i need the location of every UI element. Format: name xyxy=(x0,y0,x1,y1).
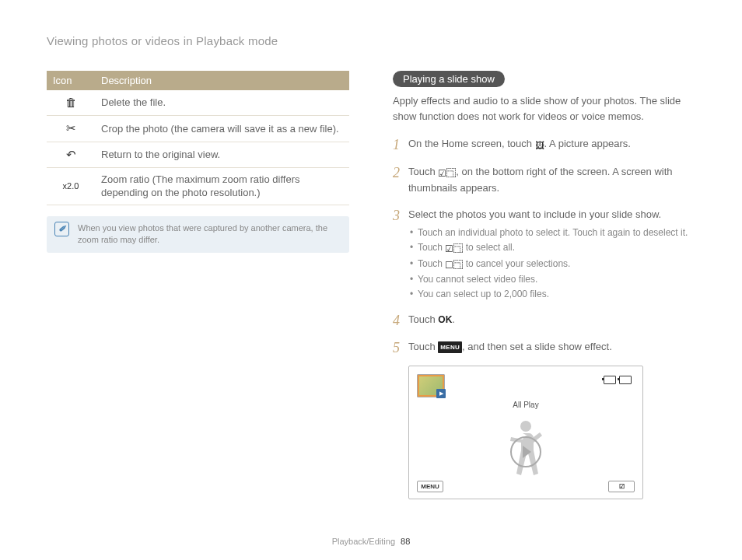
step-item: Select the photos you want to include in… xyxy=(393,207,695,301)
sub-text: to select all. xyxy=(463,242,515,253)
thumbnail-icon xyxy=(417,374,445,397)
zoom-ratio-icon: x2.0 xyxy=(47,167,95,205)
right-column: Playing a slide show Apply effects and a… xyxy=(393,71,695,499)
step-text: On the Home screen, touch xyxy=(408,138,535,149)
step-text: Touch xyxy=(408,166,438,177)
status-icons xyxy=(604,376,632,384)
return-icon: ↶ xyxy=(47,142,95,167)
gallery-icon: 🖼 xyxy=(535,138,544,153)
menu-button: MENU xyxy=(417,481,443,492)
table-cell-description: Crop the photo (the camera will save it … xyxy=(95,116,349,142)
step-text: . A picture appears. xyxy=(544,138,631,149)
deselect-icon: ☐⿹ xyxy=(445,258,463,273)
sub-text: Touch xyxy=(418,258,445,269)
step-text: Touch xyxy=(408,313,438,325)
step-item: Touch OK. xyxy=(393,312,695,327)
table-header-icon: Icon xyxy=(47,71,95,90)
sub-item: Touch ☑⿹ to select all. xyxy=(408,240,695,257)
battery-icon xyxy=(619,376,632,384)
step-text: Select the photos you want to include in… xyxy=(408,208,661,220)
step-text: . xyxy=(452,313,455,325)
section-intro: Apply effects and audio to a slide show … xyxy=(393,93,695,124)
all-play-label: All Play xyxy=(409,401,642,409)
sub-list: Touch an individual photo to select it. … xyxy=(408,226,695,301)
footer-section: Playback/Editing xyxy=(332,537,395,546)
select-button: ☑ xyxy=(608,481,635,492)
trash-icon: 🗑 xyxy=(47,90,95,116)
ok-icon: OK xyxy=(438,314,452,325)
note-text: When you view photos that were captured … xyxy=(78,223,327,244)
page-footer: Playback/Editing 88 xyxy=(0,537,742,546)
breadcrumb: Viewing photos or videos in Playback mod… xyxy=(47,34,695,47)
step-item: Touch ☑⿹, on the bottom right of the scr… xyxy=(393,164,695,197)
menu-icon: MENU xyxy=(438,341,462,353)
table-row: 🗑Delete the file. xyxy=(47,90,349,116)
icon-description-table: Icon Description 🗑Delete the file. ✂Crop… xyxy=(47,71,349,205)
play-icon xyxy=(510,436,541,467)
section-pill: Playing a slide show xyxy=(393,71,505,87)
step-text: Touch xyxy=(408,341,438,352)
steps-list: On the Home screen, touch 🖼. A picture a… xyxy=(393,136,695,355)
select-all-icon: ☑⿹ xyxy=(445,242,463,257)
sub-item: Touch an individual photo to select it. … xyxy=(408,226,695,240)
table-header-description: Description xyxy=(95,71,349,90)
table-row: ✂Crop the photo (the camera will save it… xyxy=(47,116,349,142)
sub-item: You can select up to 2,000 files. xyxy=(408,287,695,302)
sub-item: You cannot select video files. xyxy=(408,272,695,287)
sub-text: Touch xyxy=(418,242,445,253)
footer-page-number: 88 xyxy=(401,537,410,546)
table-row: x2.0Zoom ratio (The maximum zoom ratio d… xyxy=(47,167,349,205)
select-icon: ☑⿹ xyxy=(438,166,456,181)
table-row: ↶Return to the original view. xyxy=(47,142,349,167)
left-column: Icon Description 🗑Delete the file. ✂Crop… xyxy=(47,71,349,499)
note-icon: ✐ xyxy=(54,222,69,236)
step-text: , and then set a slide show effect. xyxy=(462,341,612,352)
screenshot-preview: All Play MENU ☑ xyxy=(408,366,643,499)
step-item: Touch MENU, and then set a slide show ef… xyxy=(393,339,695,355)
battery-icon xyxy=(604,376,616,384)
scissors-icon: ✂ xyxy=(47,116,95,142)
note-box: ✐ When you view photos that were capture… xyxy=(47,216,349,253)
sub-text: to cancel your selections. xyxy=(463,258,570,269)
table-cell-description: Delete the file. xyxy=(95,90,349,116)
step-item: On the Home screen, touch 🖼. A picture a… xyxy=(393,136,695,153)
table-cell-description: Return to the original view. xyxy=(95,142,349,167)
sub-item: Touch ☐⿹ to cancel your selections. xyxy=(408,257,695,273)
table-cell-description: Zoom ratio (The maximum zoom ratio diffe… xyxy=(95,167,349,205)
